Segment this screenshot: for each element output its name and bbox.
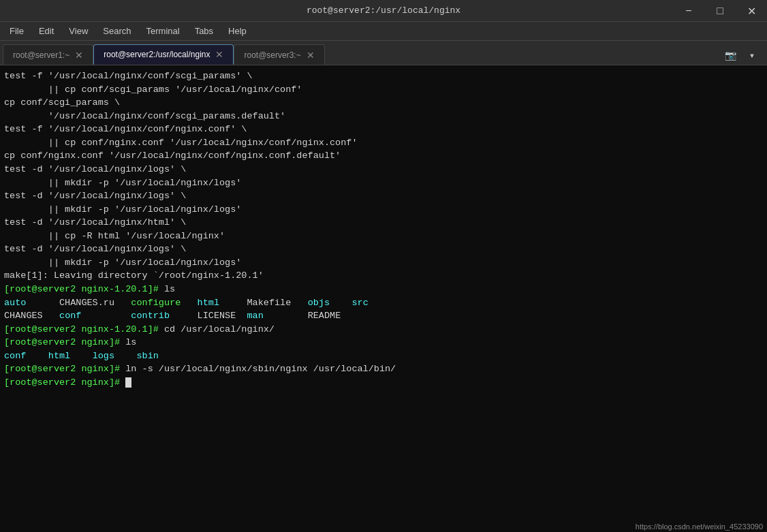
terminal-line: || mkdir -p '/usr/local/nginx/logs' (4, 176, 763, 190)
menu-item-view[interactable]: View (62, 25, 95, 37)
terminal-line: cp conf/nginx.conf '/usr/local/nginx/con… (4, 149, 763, 163)
terminal: test -f '/usr/local/nginx/conf/scgi_para… (0, 65, 767, 532)
terminal-line: || cp conf/nginx.conf '/usr/local/nginx/… (4, 136, 763, 150)
terminal-line: [root@server2 nginx]# (4, 376, 763, 390)
tab-label: root@server1:~ (13, 50, 69, 60)
terminal-line: test -f '/usr/local/nginx/conf/nginx.con… (4, 123, 763, 136)
terminal-line: [root@server2 nginx]# ls (4, 336, 763, 349)
terminal-line: [root@server2 nginx-1.20.1]# cd /usr/loc… (4, 323, 763, 337)
tab-close-icon[interactable]: ✕ (75, 50, 83, 60)
status-bar: https://blog.csdn.net/weixin_45233090 (631, 521, 767, 532)
maximize-button[interactable]: □ (704, 0, 736, 22)
status-url: https://blog.csdn.net/weixin_45233090 (636, 522, 763, 531)
tab-label: root@server2:/usr/local/nginx (104, 50, 210, 59)
minimize-button[interactable]: − (673, 0, 704, 22)
terminal-line: '/usr/local/nginx/conf/scgi_params.defau… (4, 110, 763, 123)
terminal-line: CHANGES conf contrib LICENSE man README (4, 309, 763, 323)
terminal-line: auto CHANGES.ru configure html Makefile … (4, 296, 763, 310)
terminal-line: test -d '/usr/local/nginx/logs' \ (4, 189, 763, 203)
terminal-line: [root@server2 nginx-1.20.1]# ls (4, 283, 763, 296)
menu-item-file[interactable]: File (3, 25, 31, 37)
terminal-line: test -d '/usr/local/nginx/logs' \ (4, 163, 763, 176)
menu-item-edit[interactable]: Edit (32, 25, 61, 37)
title-bar: root@server2:/usr/local/nginx − □ ✕ (0, 0, 767, 22)
terminal-line: || mkdir -p '/usr/local/nginx/logs' (4, 203, 763, 217)
tab-actions: 📷 ▾ (721, 46, 764, 65)
tab-close-icon[interactable]: ✕ (215, 50, 223, 59)
terminal-line: [root@server2 nginx]# ln -s /usr/local/n… (4, 362, 763, 376)
terminal-line: conf html logs sbin (4, 349, 763, 363)
terminal-line: cp conf/scgi_params \ (4, 96, 763, 110)
close-button[interactable]: ✕ (736, 0, 767, 22)
tab-bar: root@server1:~✕root@server2:/usr/local/n… (0, 41, 767, 65)
terminal-line: || cp conf/scgi_params '/usr/local/nginx… (4, 83, 763, 97)
terminal-line: test -d '/usr/local/nginx/logs' \ (4, 242, 763, 256)
tab-tab3[interactable]: root@server3:~✕ (234, 44, 324, 65)
terminal-line: || mkdir -p '/usr/local/nginx/logs' (4, 256, 763, 270)
window-title: root@server2:/usr/local/nginx (307, 5, 460, 16)
terminal-line: test -d '/usr/local/nginx/html' \ (4, 216, 763, 230)
tab-dropdown-icon[interactable]: ▾ (742, 46, 762, 65)
terminal-line: || cp -R html '/usr/local/nginx' (4, 230, 763, 243)
menu-item-tabs[interactable]: Tabs (188, 25, 220, 37)
terminal-line: test -f '/usr/local/nginx/conf/scgi_para… (4, 69, 763, 83)
menu-bar: FileEditViewSearchTerminalTabsHelp (0, 22, 767, 41)
tab-tab2[interactable]: root@server2:/usr/local/nginx✕ (93, 44, 234, 65)
terminal-line: make[1]: Leaving directory `/root/nginx-… (4, 269, 763, 283)
window-controls: − □ ✕ (673, 0, 767, 22)
menu-item-terminal[interactable]: Terminal (140, 25, 187, 37)
new-tab-icon[interactable]: 📷 (721, 46, 740, 65)
menu-item-help[interactable]: Help (221, 25, 253, 37)
tab-label: root@server3:~ (244, 50, 300, 60)
menu-item-search[interactable]: Search (96, 25, 138, 37)
tab-tab1[interactable]: root@server1:~✕ (3, 44, 93, 65)
tab-close-icon[interactable]: ✕ (307, 50, 315, 60)
